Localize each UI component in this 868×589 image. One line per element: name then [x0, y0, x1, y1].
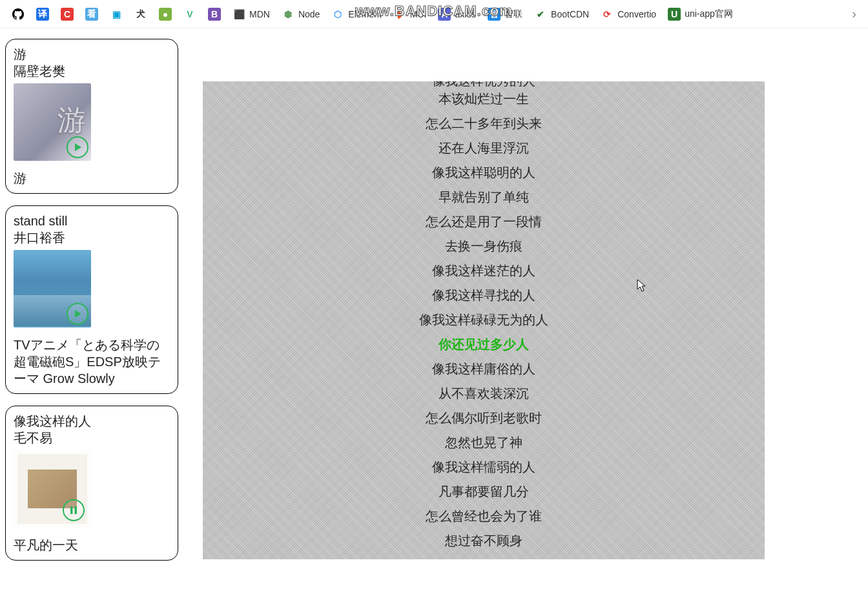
bookmark-label: BootCDN [551, 9, 589, 19]
bookmark-icon: 看 [85, 8, 98, 21]
bookmark-item[interactable] [12, 8, 25, 21]
lyric-line-active[interactable]: 你还见过多少人 [203, 332, 765, 356]
bookmark-item[interactable]: C [61, 8, 74, 21]
play-icon [72, 142, 83, 152]
album-art[interactable] [14, 250, 91, 327]
bookmark-item[interactable]: V [183, 8, 196, 21]
album-art[interactable] [14, 83, 91, 161]
bookmark-icon: U [668, 8, 681, 21]
bookmark-icon: A [438, 8, 451, 21]
play-button[interactable] [67, 136, 88, 158]
song-card[interactable]: 像我这样的人 毛不易 平凡的一天 [5, 406, 178, 561]
lyric-line[interactable]: 怎么曾经也会为了谁 [203, 504, 765, 528]
song-title: 像我这样的人 [14, 413, 170, 429]
bookmark-item[interactable]: ✔BootCDN [534, 8, 589, 21]
lyric-line[interactable]: 像我这样懦弱的人 [203, 455, 765, 479]
bookmark-label: axios [455, 9, 476, 19]
bookmark-icon: C [61, 8, 74, 21]
song-artist: 井口裕香 [14, 229, 170, 246]
bookmark-icon: ● [159, 8, 172, 21]
playlist-sidebar: 游 隔壁老樊 游 stand still 井口裕香 [0, 28, 183, 589]
bookmark-item[interactable]: Uuni-app官网 [668, 8, 733, 21]
album-art[interactable] [14, 450, 91, 528]
bookmark-icon: B [208, 8, 221, 21]
main-content: 游 隔壁老樊 游 stand still 井口裕香 [0, 28, 868, 589]
lyric-line[interactable]: 忽然也晃了神 [203, 430, 765, 455]
bookmark-item[interactable]: 犬 [134, 8, 147, 21]
bookmark-item[interactable]: ● [159, 8, 172, 21]
bookmark-icon [12, 8, 25, 21]
bookmark-label: MDN [249, 9, 270, 19]
song-title: stand still [14, 212, 170, 229]
bookmark-icon: 智 [488, 8, 501, 21]
album-name: 游 [14, 170, 170, 187]
bookmark-item[interactable]: ▣ [110, 8, 123, 21]
bookmark-label: Element [348, 9, 381, 19]
song-title: 游 [14, 46, 170, 63]
bookmark-item[interactable]: ⬛MDN [232, 8, 270, 21]
svg-marker-1 [75, 310, 81, 318]
song-artist: 隔壁老樊 [14, 63, 170, 79]
album-name: TVアニメ「とある科学の超電磁砲S」EDSP放映テーマ Grow Slowly [14, 336, 170, 387]
pause-icon [68, 505, 79, 515]
lyric-line[interactable]: 去换一身伤痕 [203, 234, 765, 258]
bookmark-item[interactable]: 看 [85, 8, 98, 21]
bookmark-icon: ◗ [393, 8, 406, 21]
lyric-line[interactable]: 像我这样迷茫的人 [203, 258, 765, 283]
play-button[interactable] [67, 303, 88, 325]
lyrics-container: 像我这样优秀的人本该灿烂过一生怎么二十多年到头来还在人海里浮沉像我这样聪明的人早… [183, 28, 868, 589]
svg-rect-3 [75, 506, 78, 514]
bookmark-icon: ⬛ [232, 8, 245, 21]
lyric-line[interactable]: 怎么还是用了一段情 [203, 209, 765, 234]
bookmark-item[interactable]: Aaxios [438, 8, 476, 21]
bookmark-overflow-chevron[interactable]: › [852, 6, 856, 21]
lyric-line[interactable]: 像我这样庸俗的人 [203, 356, 765, 381]
bookmark-label: 智联 [504, 8, 522, 20]
lyric-line[interactable]: 像我这样碌碌无为的人 [203, 307, 765, 332]
bookmark-icon: ⬢ [282, 8, 294, 21]
bookmark-icon: ⬡ [331, 8, 344, 21]
song-card[interactable]: stand still 井口裕香 TVアニメ「とある科学の超電磁砲S」EDSP放… [5, 205, 178, 394]
pause-button[interactable] [63, 499, 85, 521]
bookmark-item[interactable]: ⬡Element [331, 8, 381, 21]
bookmark-icon: 译 [36, 8, 49, 21]
song-card[interactable]: 游 隔壁老樊 游 [5, 39, 178, 194]
bookmark-label: Node [298, 9, 320, 19]
song-artist: 毛不易 [14, 429, 170, 446]
lyric-line[interactable]: 像我这样优秀的人 [203, 81, 765, 87]
bookmark-icon: 犬 [134, 8, 147, 21]
bookmark-label: MUI [410, 9, 427, 19]
bookmark-bar: 译C看▣犬●VB⬛MDN⬢Node⬡Element◗MUIAaxios智智联✔B… [0, 0, 868, 28]
bookmark-label: uni-app官网 [685, 8, 733, 20]
svg-rect-2 [70, 506, 73, 514]
lyric-line[interactable]: 像我这样聪明的人 [203, 160, 765, 185]
bookmark-icon: V [183, 8, 196, 21]
lyric-line[interactable]: 怎么偶尔听到老歌时 [203, 406, 765, 430]
bookmark-icon: ✔ [534, 8, 547, 21]
lyric-line[interactable]: 像我这样寻找的人 [203, 283, 765, 307]
lyric-line[interactable]: 早就告别了单纯 [203, 185, 765, 209]
lyric-line[interactable]: 凡事都要留几分 [203, 479, 765, 504]
bookmark-item[interactable]: ⟳Convertio [601, 8, 656, 21]
lyric-line[interactable]: 从不喜欢装深沉 [203, 381, 765, 406]
play-icon [72, 309, 83, 319]
bookmark-item[interactable]: ◗MUI [393, 8, 427, 21]
bookmark-item[interactable]: 智智联 [488, 8, 522, 21]
bookmark-item[interactable]: B [208, 8, 221, 21]
bookmark-icon: ⟳ [601, 8, 614, 21]
album-name: 平凡的一天 [14, 537, 170, 553]
bookmark-item[interactable]: ⬢Node [282, 8, 320, 21]
lyric-line[interactable]: 怎么二十多年到头来 [203, 111, 765, 136]
lyric-line[interactable]: 想过奋不顾身 [203, 528, 765, 553]
bookmark-icon: ▣ [110, 8, 123, 21]
svg-marker-0 [75, 143, 81, 151]
bookmark-item[interactable]: 译 [36, 8, 49, 21]
bookmark-label: Convertio [617, 9, 656, 19]
lyric-line[interactable]: 还在人海里浮沉 [203, 136, 765, 160]
lyric-line[interactable]: 本该灿烂过一生 [203, 87, 765, 111]
lyrics-panel[interactable]: 像我这样优秀的人本该灿烂过一生怎么二十多年到头来还在人海里浮沉像我这样聪明的人早… [203, 81, 765, 559]
